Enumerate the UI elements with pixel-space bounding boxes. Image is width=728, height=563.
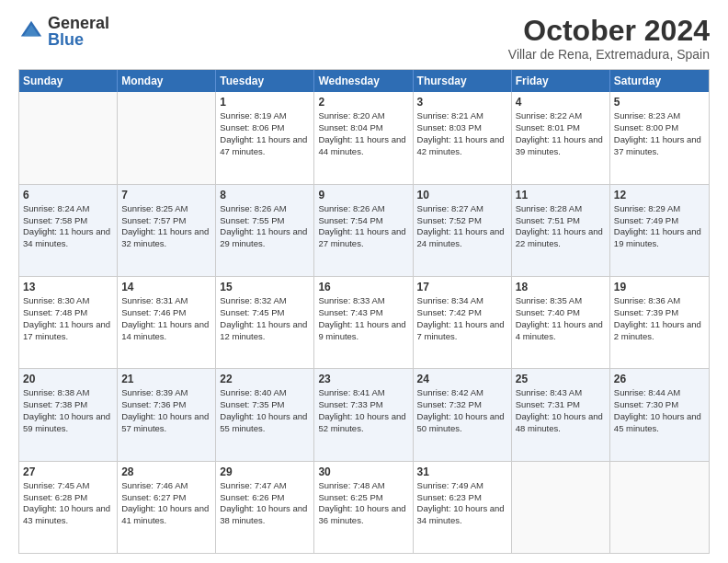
calendar-cell-6: 6Sunrise: 8:24 AMSunset: 7:58 PMDaylight… — [19, 185, 118, 276]
sunset-text: Sunset: 8:06 PM — [220, 122, 284, 132]
sunrise-text: Sunrise: 8:42 AM — [417, 387, 483, 397]
sunrise-text: Sunrise: 8:43 AM — [516, 387, 582, 397]
calendar-cell-26: 26Sunrise: 8:44 AMSunset: 7:30 PMDayligh… — [610, 369, 709, 460]
day-number: 2 — [318, 95, 408, 109]
sunrise-text: Sunrise: 7:48 AM — [318, 480, 384, 490]
sunrise-text: Sunrise: 8:30 AM — [23, 295, 89, 305]
sunset-text: Sunset: 7:33 PM — [318, 399, 382, 409]
daylight-text: Daylight: 11 hours and 2 minutes. — [614, 319, 701, 341]
daylight-text: Daylight: 10 hours and 41 minutes. — [121, 503, 209, 525]
daylight-text: Daylight: 11 hours and 37 minutes. — [614, 134, 701, 156]
logo-text: General Blue — [48, 15, 109, 48]
sunrise-text: Sunrise: 8:34 AM — [417, 295, 483, 305]
day-number: 28 — [121, 465, 211, 479]
daylight-text: Daylight: 11 hours and 24 minutes. — [417, 226, 505, 248]
calendar-header-tuesday: Tuesday — [216, 70, 314, 92]
calendar-cell-13: 13Sunrise: 8:30 AMSunset: 7:48 PMDayligh… — [19, 277, 118, 368]
sunrise-text: Sunrise: 8:35 AM — [516, 295, 582, 305]
sunset-text: Sunset: 7:46 PM — [121, 307, 186, 317]
logo-blue-text: Blue — [48, 31, 109, 48]
sunset-text: Sunset: 7:31 PM — [516, 399, 580, 409]
daylight-text: Daylight: 11 hours and 47 minutes. — [220, 134, 307, 156]
calendar-header-sunday: Sunday — [19, 70, 118, 92]
sunrise-text: Sunrise: 8:22 AM — [516, 110, 582, 121]
sunset-text: Sunset: 7:55 PM — [220, 215, 284, 225]
day-number: 17 — [417, 280, 507, 294]
calendar-cell-12: 12Sunrise: 8:29 AMSunset: 7:49 PMDayligh… — [610, 185, 709, 276]
sunset-text: Sunset: 7:54 PM — [318, 215, 382, 225]
daylight-text: Daylight: 11 hours and 4 minutes. — [516, 319, 603, 341]
calendar-row-1: 1Sunrise: 8:19 AMSunset: 8:06 PMDaylight… — [19, 92, 709, 183]
subtitle: Villar de Rena, Extremadura, Spain — [508, 47, 710, 62]
calendar-row-4: 20Sunrise: 8:38 AMSunset: 7:38 PMDayligh… — [19, 368, 709, 460]
sunset-text: Sunset: 7:39 PM — [614, 307, 678, 317]
day-number: 9 — [318, 188, 408, 202]
calendar-cell-25: 25Sunrise: 8:43 AMSunset: 7:31 PMDayligh… — [512, 369, 610, 460]
calendar-header-saturday: Saturday — [610, 70, 709, 92]
page: General Blue October 2024 Villar de Rena… — [0, 0, 728, 563]
day-number: 29 — [220, 465, 310, 479]
calendar-cell-18: 18Sunrise: 8:35 AMSunset: 7:40 PMDayligh… — [512, 277, 610, 368]
sunset-text: Sunset: 7:57 PM — [121, 215, 186, 225]
sunrise-text: Sunrise: 8:40 AM — [220, 387, 286, 397]
daylight-text: Daylight: 11 hours and 19 minutes. — [614, 226, 701, 248]
calendar-body: 1Sunrise: 8:19 AMSunset: 8:06 PMDaylight… — [19, 92, 709, 553]
logo-general-text: General — [48, 15, 109, 31]
daylight-text: Daylight: 11 hours and 12 minutes. — [220, 319, 307, 341]
calendar-cell-7: 7Sunrise: 8:25 AMSunset: 7:57 PMDaylight… — [118, 185, 216, 276]
main-title: October 2024 — [508, 15, 710, 47]
sunrise-text: Sunrise: 7:49 AM — [417, 480, 483, 490]
calendar-cell-4: 4Sunrise: 8:22 AMSunset: 8:01 PMDaylight… — [512, 92, 610, 183]
calendar-row-3: 13Sunrise: 8:30 AMSunset: 7:48 PMDayligh… — [19, 276, 709, 368]
calendar-cell-31: 31Sunrise: 7:49 AMSunset: 6:23 PMDayligh… — [414, 462, 512, 553]
day-number: 19 — [614, 280, 705, 294]
daylight-text: Daylight: 10 hours and 57 minutes. — [121, 411, 209, 433]
day-number: 12 — [614, 188, 705, 202]
sunset-text: Sunset: 7:42 PM — [417, 307, 482, 317]
sunrise-text: Sunrise: 8:44 AM — [614, 387, 680, 397]
day-number: 13 — [23, 280, 113, 294]
daylight-text: Daylight: 10 hours and 52 minutes. — [318, 411, 405, 433]
day-number: 31 — [417, 465, 507, 479]
calendar-cell-1: 1Sunrise: 8:19 AMSunset: 8:06 PMDaylight… — [216, 92, 314, 183]
calendar: SundayMondayTuesdayWednesdayThursdayFrid… — [18, 69, 710, 554]
logo: General Blue — [18, 15, 109, 48]
day-number: 21 — [121, 372, 211, 386]
calendar-cell-29: 29Sunrise: 7:47 AMSunset: 6:26 PMDayligh… — [216, 462, 314, 553]
sunrise-text: Sunrise: 8:39 AM — [121, 387, 188, 397]
calendar-cell-3: 3Sunrise: 8:21 AMSunset: 8:03 PMDaylight… — [414, 92, 512, 183]
daylight-text: Daylight: 11 hours and 34 minutes. — [23, 226, 110, 248]
calendar-cell-9: 9Sunrise: 8:26 AMSunset: 7:54 PMDaylight… — [314, 185, 413, 276]
daylight-text: Daylight: 11 hours and 42 minutes. — [417, 134, 505, 156]
day-number: 14 — [121, 280, 211, 294]
calendar-cell-2: 2Sunrise: 8:20 AMSunset: 8:04 PMDaylight… — [314, 92, 413, 183]
sunrise-text: Sunrise: 8:25 AM — [121, 203, 188, 213]
daylight-text: Daylight: 11 hours and 29 minutes. — [220, 226, 307, 248]
calendar-header: SundayMondayTuesdayWednesdayThursdayFrid… — [19, 70, 709, 92]
sunrise-text: Sunrise: 8:36 AM — [614, 295, 680, 305]
day-number: 8 — [220, 188, 310, 202]
sunrise-text: Sunrise: 7:47 AM — [220, 480, 286, 490]
calendar-cell-8: 8Sunrise: 8:26 AMSunset: 7:55 PMDaylight… — [216, 185, 314, 276]
sunrise-text: Sunrise: 8:26 AM — [318, 203, 384, 213]
day-number: 25 — [516, 372, 606, 386]
daylight-text: Daylight: 11 hours and 27 minutes. — [318, 226, 405, 248]
daylight-text: Daylight: 10 hours and 48 minutes. — [516, 411, 603, 433]
sunset-text: Sunset: 8:00 PM — [614, 122, 678, 132]
sunrise-text: Sunrise: 8:21 AM — [417, 110, 483, 121]
sunrise-text: Sunrise: 8:28 AM — [516, 203, 582, 213]
daylight-text: Daylight: 11 hours and 22 minutes. — [516, 226, 603, 248]
title-block: October 2024 Villar de Rena, Extremadura… — [508, 15, 710, 62]
sunset-text: Sunset: 6:26 PM — [220, 492, 284, 502]
daylight-text: Daylight: 10 hours and 55 minutes. — [220, 411, 307, 433]
calendar-header-monday: Monday — [118, 70, 216, 92]
sunset-text: Sunset: 7:58 PM — [23, 215, 87, 225]
sunset-text: Sunset: 6:27 PM — [121, 492, 186, 502]
calendar-cell-21: 21Sunrise: 8:39 AMSunset: 7:36 PMDayligh… — [118, 369, 216, 460]
sunset-text: Sunset: 7:35 PM — [220, 399, 284, 409]
daylight-text: Daylight: 11 hours and 9 minutes. — [318, 319, 405, 341]
sunset-text: Sunset: 8:04 PM — [318, 122, 382, 132]
daylight-text: Daylight: 11 hours and 44 minutes. — [318, 134, 405, 156]
day-number: 11 — [516, 188, 606, 202]
day-number: 23 — [318, 372, 408, 386]
